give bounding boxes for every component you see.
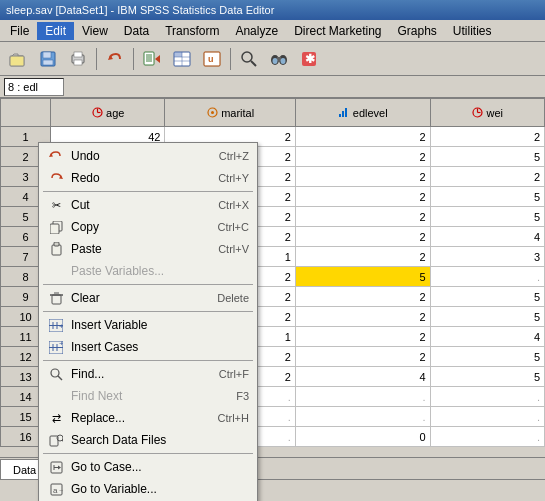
toolbar-separator-3 (230, 48, 231, 70)
cell-edlevel-5[interactable]: 2 (295, 207, 430, 227)
cell-edlevel-13[interactable]: 4 (295, 367, 430, 387)
replace-shortcut: Ctrl+H (218, 412, 249, 424)
cell-wei-15[interactable]: . (430, 407, 544, 427)
paste-variables-icon (47, 263, 65, 279)
import-data-button[interactable] (138, 45, 166, 73)
svg-rect-37 (342, 111, 344, 117)
redo-icon (47, 170, 65, 186)
cell-wei-7[interactable]: 3 (430, 247, 544, 267)
undo-button[interactable] (101, 45, 129, 73)
sep2 (43, 284, 253, 285)
find-menu-icon (47, 366, 65, 382)
cell-ref-input[interactable] (4, 78, 64, 96)
menu-go-to-case[interactable]: Go to Case... (39, 456, 257, 478)
cell-edlevel-15[interactable]: . (295, 407, 430, 427)
menu-insert-variable[interactable]: + Insert Variable (39, 314, 257, 336)
svg-point-61 (51, 369, 59, 377)
menu-transform[interactable]: Transform (157, 22, 227, 40)
cell-wei-8[interactable]: . (430, 267, 544, 287)
cell-edlevel-1[interactable]: 2 (295, 127, 430, 147)
print-button[interactable] (64, 45, 92, 73)
cell-edlevel-14[interactable]: . (295, 387, 430, 407)
cell-wei-16[interactable]: . (430, 427, 544, 447)
col-header-age[interactable]: age (51, 99, 165, 127)
menu-search-data-files[interactable]: Search Data Files (39, 429, 257, 451)
menu-utilities[interactable]: Utilities (445, 22, 500, 40)
cell-wei-1[interactable]: 2 (430, 127, 544, 147)
cell-edlevel-3[interactable]: 2 (295, 167, 430, 187)
menu-copy[interactable]: Copy Ctrl+C (39, 216, 257, 238)
menu-analyze[interactable]: Analyze (227, 22, 286, 40)
cell-wei-10[interactable]: 5 (430, 307, 544, 327)
copy-shortcut: Ctrl+C (218, 221, 249, 233)
find-next-icon (47, 388, 65, 404)
col-header-wei[interactable]: wei (430, 99, 544, 127)
cell-edlevel-12[interactable]: 2 (295, 347, 430, 367)
svg-point-35 (211, 111, 214, 114)
cell-edlevel-4[interactable]: 2 (295, 187, 430, 207)
clear-label: Clear (71, 291, 211, 305)
cell-edlevel-16[interactable]: 0 (295, 427, 430, 447)
menu-replace[interactable]: ⇄ Replace... Ctrl+H (39, 407, 257, 429)
svg-rect-3 (43, 52, 51, 58)
cell-wei-6[interactable]: 4 (430, 227, 544, 247)
go-to-variable-label: Go to Variable... (71, 482, 249, 496)
find-next-shortcut: F3 (236, 390, 249, 402)
find-next-label: Find Next (71, 389, 230, 403)
find-button[interactable] (235, 45, 263, 73)
paste-shortcut: Ctrl+V (218, 243, 249, 255)
svg-point-22 (242, 52, 252, 62)
cell-wei-11[interactable]: 4 (430, 327, 544, 347)
cell-edlevel-8[interactable]: 5 (295, 267, 430, 287)
cell-edlevel-6[interactable]: 2 (295, 227, 430, 247)
cell-wei-5[interactable]: 5 (430, 207, 544, 227)
menu-view[interactable]: View (74, 22, 116, 40)
svg-rect-45 (50, 224, 59, 234)
row-num-header (1, 99, 51, 127)
cell-wei-3[interactable]: 2 (430, 167, 544, 187)
menu-graphs[interactable]: Graphs (389, 22, 444, 40)
menu-file[interactable]: File (2, 22, 37, 40)
marital-nominal-icon (206, 107, 218, 119)
sep4 (43, 360, 253, 361)
insert-cases-icon: + (47, 339, 65, 355)
menu-paste[interactable]: Paste Ctrl+V (39, 238, 257, 260)
cell-wei-13[interactable]: 5 (430, 367, 544, 387)
cell-edlevel-2[interactable]: 2 (295, 147, 430, 167)
menu-insert-cases[interactable]: + Insert Cases (39, 336, 257, 358)
cell-wei-4[interactable]: 5 (430, 187, 544, 207)
col-header-edlevel[interactable]: edlevel (295, 99, 430, 127)
var-view-button[interactable]: u (198, 45, 226, 73)
col-header-marital[interactable]: marital (165, 99, 295, 127)
menu-edit[interactable]: Edit (37, 22, 74, 40)
binoculars-button[interactable] (265, 45, 293, 73)
cell-wei-2[interactable]: 5 (430, 147, 544, 167)
cell-wei-12[interactable]: 5 (430, 347, 544, 367)
menu-undo[interactable]: Undo Ctrl+Z (39, 145, 257, 167)
cell-edlevel-7[interactable]: 2 (295, 247, 430, 267)
cell-wei-14[interactable]: . (430, 387, 544, 407)
menu-direct-marketing[interactable]: Direct Marketing (286, 22, 389, 40)
menu-find[interactable]: Find... Ctrl+F (39, 363, 257, 385)
cell-edlevel-11[interactable]: 2 (295, 327, 430, 347)
menu-paste-variables: Paste Variables... (39, 260, 257, 282)
save-button[interactable] (34, 45, 62, 73)
data-view-button[interactable] (168, 45, 196, 73)
cell-edlevel-10[interactable]: 2 (295, 307, 430, 327)
menu-go-to-variable[interactable]: a→ Go to Variable... (39, 478, 257, 500)
svg-rect-26 (277, 57, 281, 61)
cell-ref-area (0, 76, 545, 98)
cell-edlevel-9[interactable]: 2 (295, 287, 430, 307)
menu-clear[interactable]: Clear Delete (39, 287, 257, 309)
title-bar: sleep.sav [DataSet1] - IBM SPSS Statisti… (0, 0, 545, 20)
paste-icon (47, 241, 65, 257)
find-label: Find... (71, 367, 213, 381)
svg-rect-36 (339, 114, 341, 117)
menu-redo[interactable]: Redo Ctrl+Y (39, 167, 257, 189)
open-file-button[interactable] (4, 45, 32, 73)
cell-wei-9[interactable]: 5 (430, 287, 544, 307)
menu-cut[interactable]: ✂ Cut Ctrl+X (39, 194, 257, 216)
wei-scale-icon (472, 107, 484, 119)
menu-data[interactable]: Data (116, 22, 157, 40)
asterisk-button[interactable]: ✱ (295, 45, 323, 73)
